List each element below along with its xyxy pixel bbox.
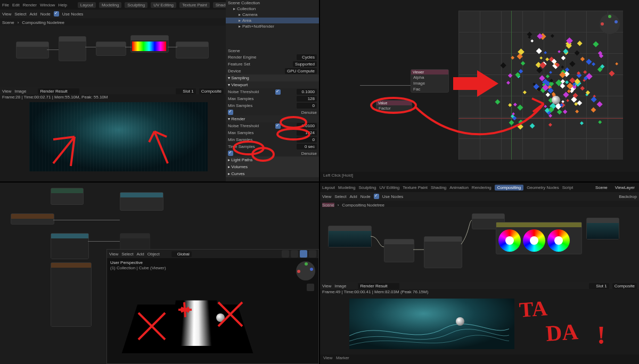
bc-nodetree[interactable]: Compositing Nodetree [22, 20, 64, 25]
vp-orient[interactable]: Global [171, 251, 192, 257]
app-menu-file[interactable]: File [2, 3, 9, 7]
node-colorramp2[interactable] [51, 233, 89, 259]
outliner-item[interactable]: ▸Path+NotRender [226, 23, 319, 29]
ws-tab[interactable]: Sculpting [125, 2, 148, 8]
ws-tab[interactable]: Script [562, 185, 573, 190]
use-nodes-check[interactable] [374, 194, 379, 199]
backdrop-toggle[interactable]: Backdrop [619, 194, 637, 199]
ft-marker[interactable]: Marker [336, 355, 349, 360]
outliner-item[interactable]: ▸Collection [226, 6, 319, 12]
denoise-check[interactable] [228, 110, 233, 115]
node-output[interactable] [11, 213, 54, 225]
scene-field[interactable]: Scene [589, 185, 610, 191]
hdr-view[interactable]: View [322, 194, 331, 199]
shading-wireframe-icon[interactable] [282, 250, 289, 258]
compositor-node-area[interactable] [320, 207, 639, 282]
vp-view[interactable]: View [109, 252, 118, 257]
img-layer[interactable]: Composite [612, 283, 637, 289]
outliner-item[interactable]: ▸Camera [226, 12, 319, 18]
zoom-icon[interactable] [307, 284, 314, 291]
ws-tab[interactable]: Geometry Nodes [527, 185, 559, 190]
ws-tab[interactable]: Rendering [472, 185, 491, 190]
color-wheel-gamma[interactable] [523, 229, 545, 252]
rtime-value[interactable]: 0 sec [297, 144, 317, 150]
ws-tab[interactable]: Layout [322, 185, 335, 190]
ws-tab[interactable]: Texture Paint [403, 185, 428, 190]
color-wheel-gain[interactable] [547, 229, 570, 252]
rnt-check[interactable] [275, 123, 281, 129]
img-view[interactable]: View [2, 89, 11, 94]
hdr-select[interactable]: Select [14, 12, 26, 16]
node-value[interactable]: Value Factor [376, 100, 412, 112]
node-viewer[interactable]: Viewer Alpha Image Fac [411, 69, 449, 93]
max-value[interactable]: 128 [297, 96, 317, 102]
img-view[interactable]: View [322, 284, 331, 288]
rmax-value[interactable]: 1024 [297, 130, 317, 136]
ws-tab[interactable]: Texture Paint [179, 2, 210, 8]
nt-check[interactable] [275, 89, 281, 95]
nav-gizmo[interactable] [296, 261, 315, 280]
img-image[interactable]: Image [14, 89, 26, 94]
outliner-scene-collection[interactable]: Scene Collection [226, 0, 319, 6]
hdr-select[interactable]: Select [334, 194, 346, 199]
feature-select[interactable]: Supported [293, 61, 317, 67]
color-wheel-lift[interactable] [498, 229, 521, 252]
engine-select[interactable]: Cycles [297, 54, 317, 60]
curves-header[interactable]: ▸ Curves [226, 170, 319, 177]
img-image[interactable]: Image [334, 284, 346, 288]
ws-tab-active[interactable]: Compositing [495, 185, 523, 191]
img-name[interactable]: Render Result [358, 283, 399, 289]
vp-side-icons[interactable] [307, 284, 314, 291]
ws-tab[interactable]: Layout [78, 2, 96, 8]
min-value[interactable]: 0 [297, 103, 317, 109]
ft-view[interactable]: View [323, 355, 332, 360]
node-color-balance[interactable] [496, 222, 582, 254]
hdr-node[interactable]: Node [40, 12, 51, 16]
compositor-node-area[interactable] [0, 26, 226, 87]
rnt-value[interactable]: 0.0100 [297, 123, 317, 129]
viewport-3d[interactable] [458, 11, 623, 160]
vp-object[interactable]: Object [148, 252, 160, 257]
viewport-header[interactable]: ▾ Viewport [226, 81, 319, 88]
hdr-view[interactable]: View [2, 12, 11, 16]
device-select[interactable]: GPU Compute [285, 68, 317, 74]
ws-tab[interactable]: Animation [449, 185, 469, 190]
floating-viewport-window[interactable]: View Select Add Object Global User Persp… [106, 249, 319, 364]
shading-material-icon[interactable] [300, 250, 307, 258]
use-nodes-check[interactable] [54, 11, 59, 16]
nt-value[interactable]: 0.1000 [297, 89, 317, 95]
app-menu-edit[interactable]: Edit [12, 3, 20, 7]
node-texture[interactable] [51, 262, 92, 327]
img-slot[interactable]: Slot 1 [589, 283, 609, 289]
vp-add[interactable]: Add [136, 252, 144, 257]
vp-select[interactable]: Select [121, 252, 133, 257]
hdr-add[interactable]: Add [29, 12, 37, 16]
value-field[interactable]: Factor [379, 106, 391, 111]
node-generic[interactable] [96, 42, 126, 56]
node-generic[interactable] [59, 36, 86, 61]
node-principled[interactable] [120, 192, 163, 211]
ws-tab[interactable]: UV Editing [151, 2, 176, 8]
render-header[interactable]: ▾ Render [226, 115, 319, 122]
node-generic[interactable] [51, 188, 84, 205]
shading-rendered-icon[interactable] [309, 250, 316, 258]
viewlayer-field[interactable]: ViewLayer [613, 185, 637, 191]
ws-tab[interactable]: Modeling [99, 2, 121, 8]
node-render-layers[interactable] [16, 42, 49, 59]
shading-solid-icon[interactable] [291, 250, 298, 258]
props-scene[interactable]: Scene [228, 48, 240, 53]
node-composite[interactable] [586, 218, 619, 239]
app-menu-render[interactable]: Render [23, 3, 37, 7]
node-composite[interactable] [176, 42, 209, 59]
lightpaths-header[interactable]: ▸ Light Paths [226, 156, 319, 163]
app-menu-window[interactable]: Window [40, 3, 55, 7]
outliner-item-selected[interactable]: ▸Area [226, 18, 319, 23]
sampling-header[interactable]: ▾ Sampling [226, 75, 319, 81]
ws-tab[interactable]: Modeling [338, 185, 355, 190]
ws-tab[interactable]: Sculpting [359, 185, 376, 190]
hdr-add[interactable]: Add [349, 194, 357, 199]
img-layer[interactable]: Composite [199, 88, 224, 94]
volumes-header[interactable]: ▸ Volumes [226, 163, 319, 170]
bc-scene[interactable]: Scene [2, 20, 14, 25]
hdr-node[interactable]: Node [361, 194, 371, 199]
